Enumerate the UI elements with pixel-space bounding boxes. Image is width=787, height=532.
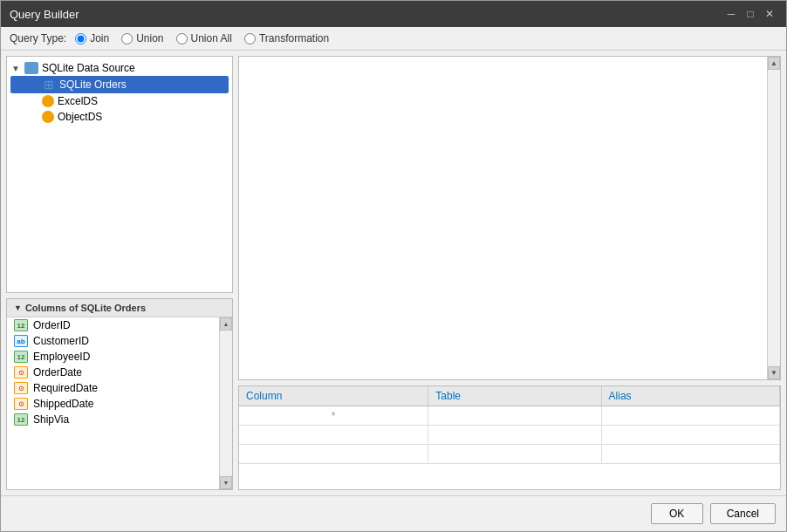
column-customerid[interactable]: ab CustomerID — [7, 333, 219, 349]
tree-root-item[interactable]: ▼ SQLite Data Source — [10, 60, 229, 76]
grid-empty-table-2[interactable] — [428, 445, 601, 464]
radio-union-all[interactable]: Union All — [176, 32, 232, 44]
grid-empty-row-2 — [239, 445, 780, 464]
close-button[interactable]: ✕ — [762, 6, 777, 22]
scroll-down-button[interactable]: ▼ — [220, 476, 232, 489]
grid-alias-header: Alias — [601, 386, 779, 406]
canvas-scroll-down[interactable]: ▼ — [768, 366, 780, 379]
column-name: OrderDate — [33, 366, 82, 379]
grid-header-row: Column Table Alias — [239, 386, 780, 406]
column-shippeddate[interactable]: ⊙ ShippedDate — [7, 396, 219, 412]
column-name: OrderID — [33, 319, 71, 331]
column-requireddate[interactable]: ⊙ RequiredDate — [7, 380, 219, 396]
radio-group: Join Union Union All Transformation — [75, 32, 329, 44]
grid-empty-table[interactable] — [428, 426, 601, 445]
tree-item-sqlite-orders[interactable]: ⊞ SQLite Orders — [10, 76, 229, 93]
scroll-track — [220, 331, 232, 476]
grid-cell-table[interactable] — [428, 406, 601, 426]
minimize-button[interactable]: ─ — [723, 6, 739, 22]
table-icon: ⊞ — [42, 78, 56, 92]
grid-empty-alias[interactable] — [601, 426, 779, 445]
datasource-icon — [42, 111, 54, 123]
cancel-button[interactable]: Cancel — [710, 503, 776, 524]
canvas-scrollbar[interactable]: ▲ ▼ — [767, 57, 780, 379]
columns-list-wrapper: 12 OrderID ab CustomerID 12 EmployeeID — [7, 317, 232, 489]
column-shipvia[interactable]: 12 ShipVia — [7, 412, 219, 427]
tree-section[interactable]: ▼ SQLite Data Source ⊞ SQLite Orders Exc… — [6, 56, 233, 293]
columns-section: ▼ Columns of SQLite Orders 12 OrderID ab… — [6, 298, 233, 490]
title-bar: Query Builder ─ □ ✕ — [1, 1, 786, 27]
toolbar: Query Type: Join Union Union All Transfo… — [1, 27, 786, 51]
columns-scrollbar[interactable]: ▲ ▼ — [219, 317, 232, 489]
column-name: RequiredDate — [33, 382, 98, 394]
tree-item-excelds[interactable]: ExcelDS — [10, 93, 229, 109]
left-panel: ▼ SQLite Data Source ⊞ SQLite Orders Exc… — [6, 56, 233, 490]
date-icon: ⊙ — [14, 398, 28, 410]
query-canvas[interactable]: ▲ ▼ — [238, 56, 781, 380]
ok-button[interactable]: OK — [651, 503, 703, 524]
main-content: ▼ SQLite Data Source ⊞ SQLite Orders Exc… — [1, 51, 786, 495]
date-icon: ⊙ — [14, 382, 28, 394]
chevron-down-icon: ▼ — [14, 304, 22, 312]
tree-item-label: ExcelDS — [58, 95, 98, 107]
columns-list[interactable]: 12 OrderID ab CustomerID 12 EmployeeID — [7, 317, 219, 489]
tree-item-label: ObjectDS — [58, 111, 102, 123]
column-name: CustomerID — [33, 335, 89, 347]
grid-table-header: Table — [428, 386, 601, 406]
maximize-button[interactable]: □ — [743, 6, 758, 22]
window-title: Query Builder — [10, 8, 79, 21]
columns-header: ▼ Columns of SQLite Orders — [7, 299, 232, 317]
column-name: EmployeeID — [33, 351, 90, 363]
grid-empty-row — [239, 426, 780, 445]
date-icon: ⊙ — [14, 366, 28, 379]
tree-item-objectds[interactable]: ObjectDS — [10, 109, 229, 125]
str-icon: ab — [14, 335, 28, 347]
grid-empty-col-2[interactable] — [239, 445, 428, 464]
query-type-label: Query Type: — [10, 32, 66, 44]
footer: OK Cancel — [1, 495, 786, 531]
int-icon: 12 — [14, 413, 28, 426]
column-orderdate[interactable]: ⊙ OrderDate — [7, 365, 219, 380]
canvas-scroll-track — [768, 70, 780, 366]
title-bar-buttons: ─ □ ✕ — [723, 6, 777, 22]
column-orderid[interactable]: 12 OrderID — [7, 317, 219, 333]
database-icon — [24, 62, 38, 74]
grid-empty-alias-2[interactable] — [601, 445, 779, 464]
grid-column-header: Column — [239, 386, 428, 406]
grid-cell-alias[interactable] — [601, 406, 779, 426]
columns-section-title: Columns of SQLite Orders — [25, 303, 146, 313]
scroll-up-button[interactable]: ▲ — [220, 317, 232, 331]
int-icon: 12 — [14, 319, 28, 331]
datasource-icon — [42, 95, 54, 107]
chevron-icon: ▼ — [10, 64, 21, 73]
tree-item-label: SQLite Orders — [59, 78, 127, 91]
radio-union[interactable]: Union — [121, 32, 163, 44]
query-builder-window: Query Builder ─ □ ✕ Query Type: Join Uni… — [0, 0, 787, 532]
column-employeeid[interactable]: 12 EmployeeID — [7, 349, 219, 365]
radio-join[interactable]: Join — [75, 32, 109, 44]
grid-row: * — [239, 406, 780, 426]
tree-root-label: SQLite Data Source — [42, 62, 135, 74]
grid-cell-asterisk[interactable]: * — [239, 406, 428, 426]
grid-empty-col[interactable] — [239, 426, 428, 445]
int-icon: 12 — [14, 351, 28, 363]
column-name: ShipVia — [33, 413, 69, 426]
grid-table: Column Table Alias * — [239, 386, 780, 464]
canvas-scroll-up[interactable]: ▲ — [768, 57, 780, 70]
grid-section: Column Table Alias * — [238, 385, 781, 490]
column-name: ShippedDate — [33, 398, 93, 410]
right-panel: ▲ ▼ Column Table Alias — [238, 56, 781, 490]
radio-transformation[interactable]: Transformation — [244, 32, 329, 44]
